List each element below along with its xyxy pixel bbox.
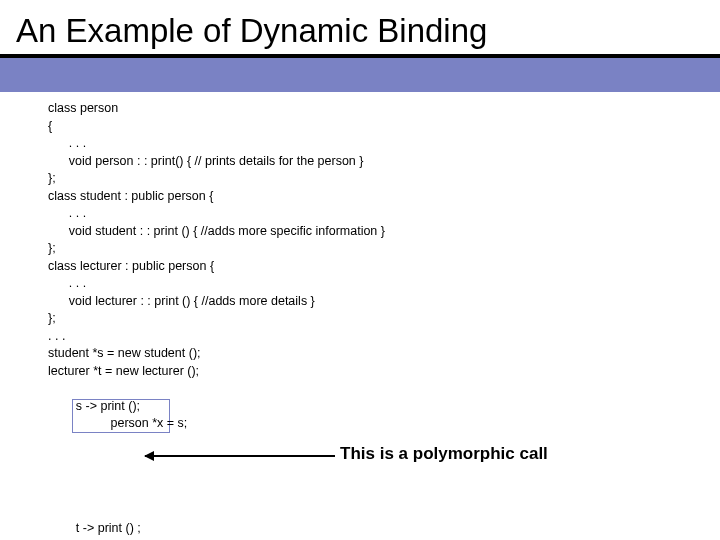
- code-line: void person : : print() { // prints deta…: [48, 153, 706, 171]
- code-line: class student : public person {: [48, 188, 706, 206]
- code-line: person *y = t; t -> print () ;: [48, 503, 706, 541]
- overlapping-text: person *x = s; s -> print ();: [76, 398, 188, 486]
- code-line: . . .: [48, 328, 706, 346]
- code-line: person *x = s; s -> print ();: [48, 380, 706, 503]
- overlapping-text: person *y = t; t -> print () ;: [76, 520, 185, 540]
- content-area: class person { . . . void person : : pri…: [0, 92, 720, 540]
- code-line: void lecturer : : print () { //adds more…: [48, 293, 706, 311]
- code-block: class person { . . . void person : : pri…: [48, 100, 706, 540]
- code-line: . . .: [48, 205, 706, 223]
- annotation-text: This is a polymorphic call: [340, 444, 548, 464]
- title-region: An Example of Dynamic Binding: [0, 0, 720, 58]
- code-line: class lecturer : public person {: [48, 258, 706, 276]
- slide: An Example of Dynamic Binding class pers…: [0, 0, 720, 540]
- code-line: lecturer *t = new lecturer ();: [48, 363, 706, 381]
- code-line: class person: [48, 100, 706, 118]
- code-fragment: person *x = s;: [111, 416, 188, 430]
- code-line: void student : : print () { //adds more …: [48, 223, 706, 241]
- code-line: . . .: [48, 275, 706, 293]
- code-line: };: [48, 240, 706, 258]
- code-line: student *s = new student ();: [48, 345, 706, 363]
- arrow-icon: [145, 455, 335, 457]
- code-fragment: s -> print ();: [76, 398, 140, 416]
- code-line: {: [48, 118, 706, 136]
- accent-band: [0, 58, 720, 84]
- code-fragment: t -> print () ;: [76, 520, 141, 538]
- code-line: . . .: [48, 135, 706, 153]
- slide-title: An Example of Dynamic Binding: [16, 12, 704, 50]
- code-line: };: [48, 170, 706, 188]
- code-line: };: [48, 310, 706, 328]
